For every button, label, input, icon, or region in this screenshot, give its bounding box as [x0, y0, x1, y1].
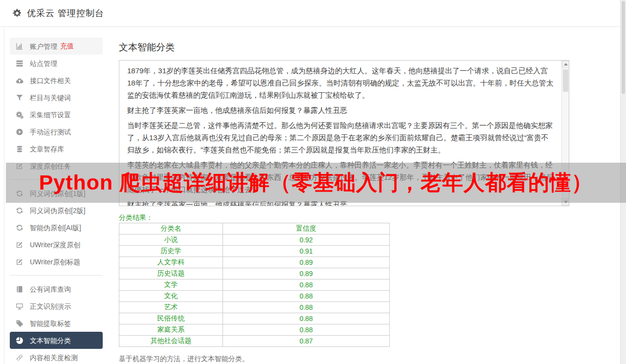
- category-cell: 历史学: [119, 246, 223, 257]
- sidebar-item-label: 文章暂存库: [30, 145, 64, 153]
- app-title: 优采云 管理控制台: [27, 7, 104, 19]
- sidebar-item[interactable]: UWriter深度原创: [10, 236, 103, 253]
- sidebar-item-label: 栏目与关键词: [30, 94, 71, 102]
- sidebar-item-label: UWriter原创标题: [30, 258, 80, 266]
- app-header: 优采云 管理控制台: [0, 0, 626, 27]
- column-header: 置信度: [223, 223, 390, 235]
- sidebar-item[interactable]: 文章暂存库: [10, 140, 103, 157]
- edit-icon: [16, 241, 23, 249]
- sidebar-item[interactable]: UWriter原创标题: [10, 253, 103, 270]
- article-paragraph: 当时李莲英还是二总管，这件事他再清楚不过。那么他为何还要冒险向慈禧请求出宫呢？主…: [127, 119, 554, 156]
- sidebar-item-label: 接口文件相关: [30, 77, 71, 85]
- table-row: 小说0.92: [119, 235, 390, 246]
- sidebar-item-label: 正文识别演示: [30, 302, 71, 310]
- category-cell: 民俗传统: [119, 313, 223, 324]
- link-icon: [16, 354, 23, 362]
- sidebar-item-label: UWriter深度原创: [30, 241, 80, 249]
- sidebar-item[interactable]: 文本智能分类: [10, 332, 103, 349]
- confidence-cell: 0.88: [223, 291, 390, 302]
- table-row: 艺术0.88: [119, 302, 390, 313]
- bar-chart-icon: [16, 43, 23, 50]
- database-icon: [16, 145, 23, 153]
- monitor-icon: [16, 302, 23, 310]
- table-header-row: 分类名置信度: [119, 223, 390, 235]
- table-row: 其他社会话题0.87: [119, 336, 390, 347]
- confidence-cell: 0.88: [223, 313, 390, 324]
- confidence-cell: 0.89: [223, 268, 390, 279]
- sidebar-item-label: 采集细节设置: [30, 111, 71, 119]
- filter-icon: [16, 94, 23, 102]
- scroll-up-button[interactable]: [562, 61, 569, 68]
- category-cell: 艺术: [119, 302, 223, 313]
- watermark-banner: Python 爬虫超详细讲解（零基础入门，老年人都看的懂）: [6, 163, 626, 203]
- category-cell: 文学: [119, 279, 223, 291]
- table-row: 民俗传统0.88: [119, 313, 390, 324]
- category-cell: 其他社会话题: [119, 336, 223, 347]
- sidebar-item[interactable]: 智能提取标签: [10, 315, 103, 332]
- sidebar-item[interactable]: 栏目与关键词: [10, 89, 103, 106]
- table-row: 人文学科0.89: [119, 257, 390, 268]
- page-title: 文本智能分类: [119, 41, 175, 54]
- sidebar-item-label: 公有词库查询: [30, 285, 71, 293]
- sidebar-item[interactable]: 接口文件相关: [10, 72, 103, 89]
- pie-chart-icon: [16, 337, 23, 344]
- edit-icon: [16, 258, 23, 266]
- sidebar-item-label: 智能伪原创[AI版]: [30, 224, 81, 232]
- category-cell: 人文学科: [119, 257, 223, 268]
- confidence-cell: 0.89: [223, 257, 390, 268]
- category-cell: 小说: [119, 235, 223, 246]
- results-label: 分类结果：: [119, 214, 153, 222]
- table-row: 文学0.88: [119, 279, 390, 291]
- gear-icon: [12, 8, 22, 18]
- sidebar-item-label: 文本智能分类: [30, 337, 71, 344]
- table-row: 历史学0.91: [119, 246, 390, 257]
- table-row: 家庭关系0.88: [119, 324, 390, 336]
- sidebar-item-label: 站点管理: [30, 60, 57, 67]
- footnote: 基于机器学习的方法，进行文本智能分类。: [119, 355, 249, 364]
- sidebar-item[interactable]: 手动运行测试: [10, 123, 103, 140]
- cloud-upload-icon: [16, 77, 23, 85]
- article-paragraph: 财主抢了李莲英家一亩地，他成慈禧亲信后如何报复？暴露人性丑恶: [127, 104, 554, 116]
- sidebar-item-label: 手动运行测试: [30, 128, 71, 136]
- results-table-head: 分类名置信度: [119, 223, 390, 235]
- sidebar-item[interactable]: 智能伪原创[AI版]: [10, 219, 103, 236]
- tag-icon: [16, 320, 23, 327]
- sidebar-item-label: 智能提取标签: [30, 320, 71, 327]
- sidebar-item[interactable]: 同义词伪原创[2版]: [10, 202, 103, 219]
- server-icon: [16, 60, 23, 67]
- refresh-icon: [16, 207, 23, 214]
- sidebar-item[interactable]: 公有词库查询: [10, 280, 103, 298]
- browser-scrollbar-thumb[interactable]: [622, 1, 625, 94]
- confidence-cell: 0.92: [223, 235, 390, 246]
- refresh-icon: [16, 224, 23, 232]
- sidebar-item-label: 内容相关度检测: [30, 354, 78, 362]
- sidebar-item[interactable]: 站点管理: [10, 55, 103, 72]
- page-left-border: [4, 27, 4, 364]
- arrow-up-icon: [564, 63, 568, 65]
- confidence-cell: 0.88: [223, 302, 390, 313]
- article-paragraph: 1879年，31岁的李莲英出任储秀宫四品花翎总管，成为慈禧身边的大红人。这年春天…: [127, 64, 554, 101]
- confidence-cell: 0.91: [223, 246, 390, 257]
- watermark-text: Python 爬虫超详细讲解（零基础入门，老年人都看的懂）: [39, 169, 593, 197]
- recharge-badge[interactable]: 充值: [60, 42, 74, 51]
- sidebar-item[interactable]: 账户管理充值: [10, 38, 103, 55]
- sidebar-item[interactable]: 正文识别演示: [10, 298, 103, 315]
- category-cell: 历史话题: [119, 268, 223, 279]
- play-icon: [16, 128, 23, 136]
- confidence-cell: 0.88: [223, 324, 390, 336]
- confidence-cell: 0.87: [223, 336, 390, 347]
- category-cell: 家庭关系: [119, 324, 223, 336]
- sidebar-divider: [10, 275, 103, 276]
- sidebar-item[interactable]: 采集细节设置: [10, 106, 103, 123]
- table-row: 文化0.88: [119, 291, 390, 302]
- confidence-cell: 0.88: [223, 279, 390, 291]
- sidebar-item-label: 账户管理: [30, 43, 57, 50]
- column-header: 分类名: [119, 223, 223, 235]
- results-table-body: 小说0.92历史学0.91人文学科0.89历史话题0.89文学0.88文化0.8…: [119, 235, 390, 347]
- category-cell: 文化: [119, 291, 223, 302]
- gears-icon: [16, 111, 23, 119]
- sidebar-item[interactable]: 内容相关度检测: [10, 349, 103, 364]
- book-icon: [16, 285, 23, 293]
- sidebar-item-label: 同义词伪原创[2版]: [30, 207, 86, 214]
- textarea-scrollbar-thumb[interactable]: [563, 69, 568, 92]
